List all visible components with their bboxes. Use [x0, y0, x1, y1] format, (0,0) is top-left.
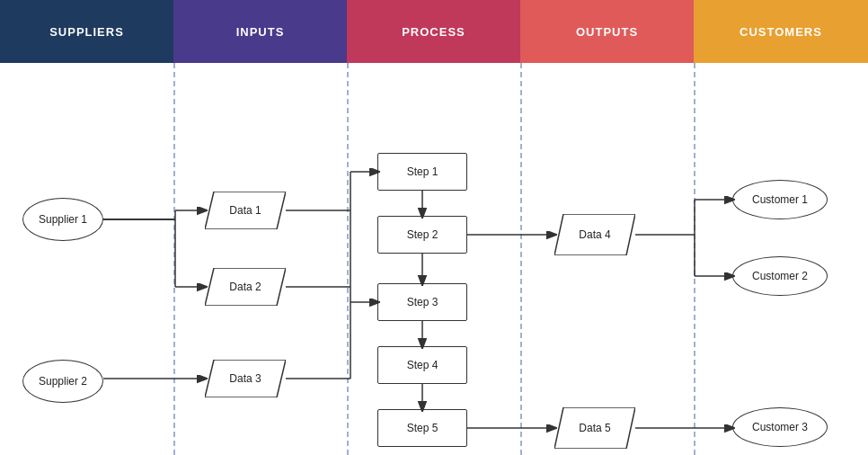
step2-label: Step 2: [407, 228, 438, 241]
supplier2-label: Supplier 2: [39, 375, 87, 388]
divider-2: [347, 63, 349, 455]
customer2-shape: Customer 2: [732, 256, 828, 296]
header-inputs-label: INPUTS: [236, 25, 285, 39]
customer3-label: Customer 3: [752, 421, 808, 433]
header-customers-label: CUSTOMERS: [740, 25, 822, 39]
supplier1-shape: Supplier 1: [22, 198, 103, 241]
data1-label: Data 1: [229, 204, 261, 217]
step1-shape: Step 1: [377, 153, 467, 191]
supplier2-shape: Supplier 2: [22, 360, 103, 403]
supplier1-label: Supplier 1: [39, 213, 87, 226]
customer1-label: Customer 1: [752, 193, 808, 206]
header-suppliers-label: SUPPLIERS: [49, 25, 124, 39]
step5-label: Step 5: [407, 422, 438, 434]
data5-shape: Data 5: [554, 407, 635, 449]
step3-label: Step 3: [407, 296, 438, 308]
step1-label: Step 1: [407, 165, 438, 178]
header-outputs: OUTPUTS: [520, 0, 694, 63]
header-inputs: INPUTS: [173, 0, 347, 63]
diagram-container: SUPPLIERS INPUTS PROCESS OUTPUTS CUSTOME…: [0, 0, 868, 455]
step3-shape: Step 3: [377, 283, 467, 321]
customer1-shape: Customer 1: [732, 180, 828, 219]
customer3-shape: Customer 3: [732, 407, 828, 447]
step4-shape: Step 4: [377, 346, 467, 384]
content-area: Supplier 1 Supplier 2 Data 1 Data 2 Data…: [0, 63, 868, 455]
step4-label: Step 4: [407, 359, 438, 371]
data2-shape: Data 2: [205, 268, 286, 306]
header-outputs-label: OUTPUTS: [576, 25, 638, 39]
header-suppliers: SUPPLIERS: [0, 0, 173, 63]
divider-4: [694, 63, 695, 455]
data5-label: Data 5: [579, 422, 610, 434]
step2-shape: Step 2: [377, 216, 467, 254]
data2-label: Data 2: [229, 281, 261, 293]
divider-1: [173, 63, 175, 455]
data1-shape: Data 1: [205, 192, 286, 229]
header-process: PROCESS: [347, 0, 520, 63]
data4-label: Data 4: [579, 228, 610, 241]
header-customers: CUSTOMERS: [694, 0, 868, 63]
divider-3: [520, 63, 522, 455]
arrows-overlay: [0, 63, 868, 455]
customer2-label: Customer 2: [752, 270, 808, 282]
header-process-label: PROCESS: [402, 25, 465, 39]
step5-shape: Step 5: [377, 409, 467, 447]
data3-shape: Data 3: [205, 360, 286, 397]
headers-row: SUPPLIERS INPUTS PROCESS OUTPUTS CUSTOME…: [0, 0, 868, 63]
data4-shape: Data 4: [554, 214, 635, 255]
data3-label: Data 3: [229, 372, 261, 385]
